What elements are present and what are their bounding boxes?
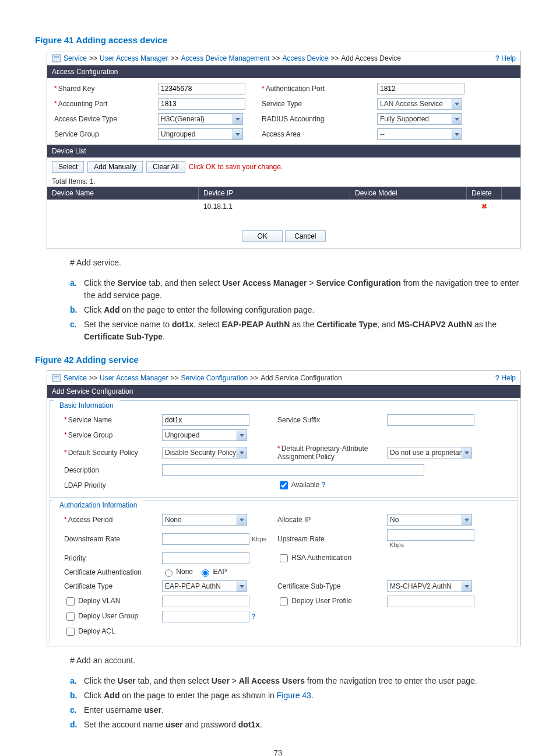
kbps-label: Kbps [252, 536, 266, 542]
deploy-user-group-checkbox[interactable] [66, 612, 75, 621]
total-items: Total Items: 1. [47, 176, 520, 187]
lbl-service-name: Service Name [68, 416, 112, 424]
lbl-deploy-user-group: Deploy User Group [78, 612, 138, 620]
upstream-rate-input[interactable] [387, 529, 474, 541]
figure-41-title: Figure 41 Adding access device [35, 35, 521, 45]
cert-auth-eap-radio[interactable] [202, 569, 209, 577]
step-a: a. Click the User tab, and then select U… [70, 675, 521, 687]
description-input[interactable] [162, 464, 424, 476]
fig41-breadcrumb: Service >> User Access Manager >> Access… [47, 51, 520, 65]
cert-subtype-select[interactable]: MS-CHAPV2 AuthN [387, 580, 472, 592]
crumb-sep: >> [250, 374, 258, 382]
app-icon [52, 54, 61, 63]
lbl-rsa-auth: RSA Authentication [291, 554, 351, 562]
access-area-value: -- [380, 130, 385, 138]
cancel-button[interactable]: Cancel [285, 230, 326, 242]
deploy-user-group-input[interactable] [162, 611, 249, 622]
lbl-upstream-rate: Upstream Rate [277, 535, 382, 543]
cert-type-value: EAP-PEAP AuthN [165, 582, 221, 590]
chevron-down-icon [462, 581, 471, 592]
access-device-type-value: H3C(General) [161, 115, 205, 123]
allocate-ip-value: No [390, 516, 399, 524]
crumb-sep: >> [89, 54, 97, 62]
lbl-default-sec-policy: Default Security Policy [68, 449, 138, 457]
crumb-sep: >> [170, 374, 178, 382]
lbl-access-device-type: Access Device Type [54, 115, 153, 123]
service-suffix-input[interactable] [387, 414, 474, 426]
available-checkbox[interactable] [280, 481, 288, 489]
crumb-service[interactable]: Service [64, 374, 87, 382]
shared-key-input[interactable] [158, 83, 245, 94]
chevron-down-icon [233, 114, 242, 124]
crumb-sc[interactable]: Service Configuration [181, 374, 248, 382]
lbl-cert-auth: Certificate Authentication [64, 568, 157, 576]
access-period-select[interactable]: None [162, 514, 247, 526]
info-icon: ? [322, 481, 326, 489]
chevron-down-icon [462, 514, 471, 525]
deploy-user-profile-checkbox[interactable] [280, 597, 288, 606]
deploy-vlan-input[interactable] [162, 596, 249, 607]
info-icon: ? [251, 612, 255, 621]
basic-info-title: Basic Information [54, 399, 119, 412]
acct-port-input[interactable] [158, 98, 245, 110]
service-group-select[interactable]: Ungrouped [158, 128, 243, 140]
default-sec-policy-select[interactable]: Disable Security Policy [162, 447, 247, 459]
crumb-sep: >> [330, 54, 339, 62]
lbl-deploy-acl: Deploy ACL [78, 627, 115, 635]
priority-input[interactable] [162, 552, 249, 564]
chevron-down-icon [237, 581, 247, 592]
crumb-uam[interactable]: User Access Manager [100, 54, 168, 62]
allocate-ip-select[interactable]: No [387, 514, 472, 526]
add-service-heading: # Add service. [70, 257, 521, 269]
lbl-default-prop-attr: Default Proprietary-Attribute Assignment… [277, 444, 368, 461]
delete-icon[interactable]: ✖ [467, 200, 502, 213]
help-label: Help [501, 54, 516, 62]
auth-info-title: Authorization Information [54, 499, 143, 512]
help-link[interactable]: ? Help [495, 374, 516, 382]
service-group-select[interactable]: Ungrouped [162, 429, 247, 441]
crumb-sep: >> [170, 54, 178, 62]
add-manually-button[interactable]: Add Manually [87, 161, 143, 173]
col-device-name: Device Name [47, 187, 199, 200]
default-prop-attr-value: Do not use a proprietar [390, 449, 462, 457]
lbl-ldap-priority: LDAP Priority [64, 481, 157, 489]
crumb-uam[interactable]: User Access Manager [100, 374, 168, 382]
clear-all-button[interactable]: Clear All [146, 161, 185, 173]
access-area-select[interactable]: -- [377, 128, 462, 140]
crumb-current: Add Service Configuration [261, 374, 342, 382]
chevron-down-icon [462, 447, 471, 458]
col-device-ip: Device IP [199, 187, 350, 200]
deploy-acl-checkbox[interactable] [66, 628, 75, 636]
lbl-downstream-rate: Downstream Rate [64, 535, 157, 543]
default-prop-attr-select[interactable]: Do not use a proprietar [387, 447, 472, 459]
service-name-input[interactable] [162, 414, 249, 426]
service-group-value: Ungrouped [161, 130, 195, 138]
crumb-ad[interactable]: Access Device [283, 54, 329, 62]
lbl-shared-key: Shared Key [58, 85, 95, 93]
ok-button[interactable]: OK [242, 230, 283, 242]
col-delete: Delete [467, 187, 502, 200]
crumb-service[interactable]: Service [64, 54, 87, 62]
select-button[interactable]: Select [52, 161, 84, 173]
lbl-deploy-vlan: Deploy VLAN [78, 597, 120, 605]
service-group-value: Ungrouped [165, 431, 199, 439]
crumb-adm[interactable]: Access Device Management [181, 54, 269, 62]
help-link[interactable]: ? Help [495, 54, 516, 62]
deploy-vlan-checkbox[interactable] [66, 597, 75, 606]
service-type-select[interactable]: LAN Access Service [377, 98, 462, 110]
radius-acct-select[interactable]: Fully Supported [377, 113, 462, 125]
step-b: b. Click Add on the page to enter the fo… [70, 304, 521, 316]
downstream-rate-input[interactable] [162, 533, 249, 545]
rsa-auth-checkbox[interactable] [280, 554, 288, 562]
lbl-cert-type: Certificate Type [64, 582, 157, 590]
add-service-config-header: Add Service Configuration [47, 385, 520, 398]
crumb-current: Add Access Device [341, 54, 401, 62]
figure-43-link[interactable]: Figure 43 [277, 691, 311, 700]
deploy-user-profile-input[interactable] [387, 596, 474, 607]
access-device-type-select[interactable]: H3C(General) [158, 113, 243, 125]
cert-type-select[interactable]: EAP-PEAP AuthN [162, 580, 247, 592]
crumb-sep: >> [89, 374, 97, 382]
cert-auth-none-radio[interactable] [165, 569, 173, 577]
lbl-access-area: Access Area [262, 130, 372, 138]
auth-port-input[interactable] [377, 83, 464, 94]
